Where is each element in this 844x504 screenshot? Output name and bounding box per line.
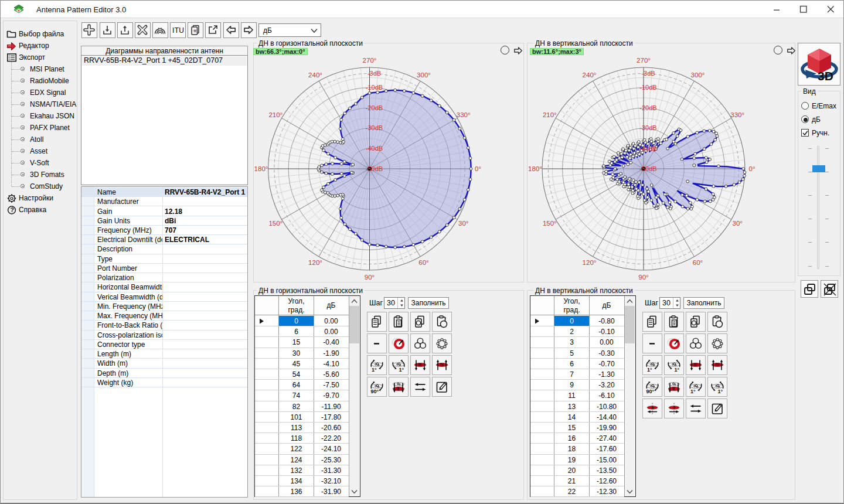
svg-text:-20dB: -20dB [366, 104, 383, 111]
svg-text:60°: 60° [693, 259, 703, 266]
svg-text:-50dB: -50dB [639, 165, 656, 172]
svg-text:240°: 240° [308, 71, 322, 79]
svg-text:150°: 150° [268, 220, 283, 227]
svg-text:-50dB: -50dB [366, 165, 383, 172]
svg-text:180°: 180° [254, 165, 268, 172]
svg-text:330°: 330° [730, 111, 744, 118]
svg-text:270°: 270° [637, 57, 651, 64]
svg-text:-20dB: -20dB [639, 104, 656, 111]
svg-text:-10dB: -10dB [639, 84, 656, 91]
svg-text:-3dB: -3dB [641, 70, 655, 77]
svg-text:300°: 300° [691, 71, 705, 79]
svg-text:90°: 90° [638, 274, 648, 281]
svg-text:300°: 300° [417, 71, 431, 79]
svg-text:-40dB: -40dB [639, 145, 656, 152]
svg-text:270°: 270° [363, 57, 377, 64]
svg-text:150°: 150° [543, 220, 557, 227]
svg-text:-10dB: -10dB [366, 84, 383, 91]
svg-text:60°: 60° [418, 259, 428, 266]
svg-text:210°: 210° [268, 111, 283, 118]
svg-text:-30dB: -30dB [366, 124, 383, 131]
svg-text:30°: 30° [458, 220, 468, 227]
svg-text:90°: 90° [365, 274, 375, 281]
svg-text:3D: 3D [818, 69, 833, 83]
svg-text:0°: 0° [749, 165, 755, 172]
svg-text:120°: 120° [583, 259, 597, 266]
svg-text:30°: 30° [733, 220, 743, 227]
svg-text:-3dB: -3dB [367, 70, 381, 77]
svg-text:-30dB: -30dB [639, 124, 656, 131]
svg-text:-40dB: -40dB [366, 145, 383, 152]
svg-text:240°: 240° [583, 71, 597, 79]
svg-text:0°: 0° [475, 165, 481, 172]
svg-text:330°: 330° [457, 111, 471, 118]
svg-text:210°: 210° [543, 111, 557, 118]
svg-text:120°: 120° [308, 259, 322, 266]
svg-text:180°: 180° [528, 165, 542, 172]
